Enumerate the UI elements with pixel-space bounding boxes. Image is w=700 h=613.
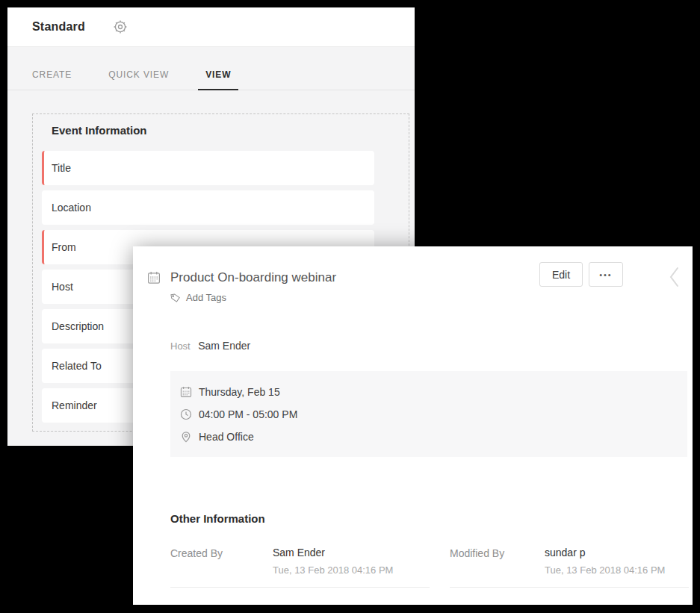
field-label: Description [52, 320, 104, 332]
field-label: Location [52, 202, 91, 214]
schedule-date-row: Thursday, Feb 15 [180, 384, 687, 400]
host-value: Sam Ender [198, 340, 250, 352]
modified-by-value-block: sundar p Tue, 13 Feb 2018 04:16 PM [545, 547, 665, 576]
created-by-label: Created By [170, 547, 273, 576]
schedule-location-row: Head Office [180, 429, 687, 445]
tab-create[interactable]: CREATE [25, 69, 79, 90]
event-detail-panel: Product On-boarding webinar Add Tags E [133, 246, 693, 605]
event-detail-header: Product On-boarding webinar Add Tags E [133, 246, 693, 303]
layout-field-card[interactable]: Location [42, 190, 374, 225]
event-actions: Edit ••• [539, 262, 623, 287]
section-title: Event Information [52, 124, 409, 137]
created-by-timestamp: Tue, 13 Feb 2018 04:16 PM [273, 564, 393, 576]
tab-view[interactable]: VIEW [198, 69, 238, 90]
event-calendar-icon [147, 271, 161, 284]
host-label: Host [170, 340, 191, 352]
schedule-location: Head Office [199, 431, 254, 443]
settings-gear-icon[interactable] [113, 19, 128, 34]
created-by-value-block: Sam Ender Tue, 13 Feb 2018 04:16 PM [273, 547, 393, 576]
host-row: Host Sam Ender [170, 339, 250, 352]
field-label: Reminder [52, 399, 97, 411]
clock-icon [180, 408, 192, 420]
add-tags-label: Add Tags [186, 292, 226, 303]
field-label: From [52, 241, 76, 253]
chevron-left-icon[interactable] [669, 267, 679, 287]
schedule-date: Thursday, Feb 15 [199, 386, 280, 398]
layout-editor-header: Standard [7, 7, 415, 46]
layout-field-card[interactable]: Title [42, 151, 374, 185]
schedule-time-row: 04:00 PM - 05:00 PM [180, 406, 687, 423]
schedule-box: Thursday, Feb 15 04:00 PM - 05:00 PM [170, 371, 687, 457]
calendar-icon [180, 386, 192, 398]
add-tags-button[interactable]: Add Tags [170, 292, 336, 303]
layout-name-title: Standard [32, 20, 85, 34]
modified-by-value: sundar p [545, 547, 665, 558]
edit-button[interactable]: Edit [539, 262, 583, 287]
field-label: Title [52, 162, 71, 174]
field-label: Related To [52, 360, 102, 372]
other-information-title: Other Information [170, 512, 265, 525]
field-label: Host [52, 281, 73, 293]
event-title: Product On-boarding webinar [170, 270, 336, 285]
tab-quick-view[interactable]: QUICK VIEW [101, 69, 176, 90]
tag-icon [170, 293, 181, 303]
location-pin-icon [180, 431, 192, 443]
modified-by-cell: Modified By sundar p Tue, 13 Feb 2018 04… [450, 547, 689, 588]
created-by-value: Sam Ender [273, 547, 393, 558]
other-information-grid: Created By Sam Ender Tue, 13 Feb 2018 04… [170, 547, 689, 588]
created-by-cell: Created By Sam Ender Tue, 13 Feb 2018 04… [170, 547, 430, 588]
schedule-time: 04:00 PM - 05:00 PM [199, 408, 297, 420]
screenshot-root: Standard CREATE QUICK VIEW VIEW Event In… [0, 0, 700, 613]
modified-by-label: Modified By [450, 547, 545, 576]
layout-tabs: CREATE QUICK VIEW VIEW [7, 47, 415, 90]
modified-by-timestamp: Tue, 13 Feb 2018 04:16 PM [545, 564, 665, 576]
more-actions-button[interactable]: ••• [589, 262, 623, 287]
event-title-block: Product On-boarding webinar Add Tags [170, 270, 336, 303]
